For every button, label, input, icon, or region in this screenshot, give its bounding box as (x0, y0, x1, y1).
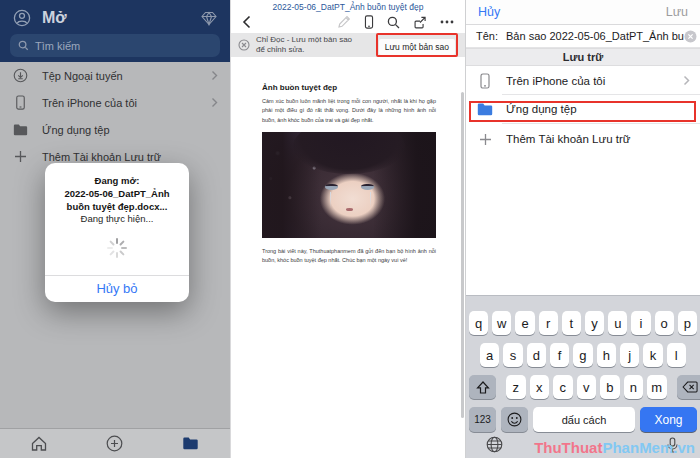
dialog-filename: 2022-05-06_DatPT_Ảnh buồn tuyệt đẹp.docx… (55, 188, 179, 214)
plus-icon (476, 133, 494, 146)
folder-tab-icon[interactable] (182, 437, 199, 450)
download-circle-icon (12, 68, 28, 83)
keyboard-row-1: qwertyuiop (469, 311, 697, 335)
location-add-storage-account[interactable]: Thêm Tài khoản Lưu trữ (466, 124, 700, 154)
key-g[interactable]: g (573, 343, 592, 367)
search-icon (18, 40, 29, 51)
open-locations-menu: Tệp Ngoại tuyến Trên iPhone của tôi Ứng (0, 62, 230, 170)
done-key[interactable]: Xong (640, 407, 697, 432)
dialog-cancel-button[interactable]: Hủy bỏ (45, 276, 189, 302)
edit-pencil-icon (337, 15, 351, 29)
dialog-title: Đang mở: (55, 175, 179, 188)
folder-icon (12, 124, 28, 136)
key-o[interactable]: o (655, 311, 674, 335)
share-icon[interactable] (413, 16, 427, 29)
search-icon[interactable] (387, 16, 400, 29)
chevron-right-icon (683, 75, 690, 86)
key-t[interactable]: t (562, 311, 581, 335)
key-a[interactable]: a (480, 343, 499, 367)
mobile-view-icon[interactable] (364, 15, 374, 29)
keyboard-row-3: zxcvbnm (469, 375, 697, 399)
ios-keyboard: qwertyuiop asdfghjkl zxcvbnm 123 dấu các… (466, 295, 700, 458)
sidebar-item-offline-files[interactable]: Tệp Ngoại tuyến (0, 62, 230, 89)
document-toolbar (231, 12, 465, 32)
doc-paragraph-2: Trong bài viết này, Thuthuatphanmem đã g… (262, 247, 436, 266)
watermark: ThuThuatPhanMem.vn (534, 439, 695, 456)
premium-diamond-icon[interactable] (201, 11, 217, 26)
key-j[interactable]: j (620, 343, 639, 367)
document-title: 2022-05-06_DatPT_Ảnh buồn tuyệt đẹp (231, 2, 465, 12)
red-annotation-box (469, 101, 696, 122)
globe-keyboard-icon[interactable] (486, 436, 503, 453)
key-x[interactable]: x (530, 375, 550, 399)
key-r[interactable]: r (539, 311, 558, 335)
filename-field[interactable]: Tên: Bản sao 2022-05-06_DatPT_Ảnh buồn t… (466, 25, 700, 48)
key-q[interactable]: q (469, 311, 488, 335)
scrollbar[interactable] (461, 92, 464, 418)
plus-icon (12, 150, 28, 163)
key-d[interactable]: d (527, 343, 546, 367)
readonly-message: Chỉ Đọc - Lưu một bản sao để chỉnh sửa. (256, 35, 354, 56)
key-s[interactable]: s (503, 343, 522, 367)
backspace-key[interactable] (677, 375, 700, 399)
bottom-nav-bar (0, 428, 230, 458)
phone-icon (476, 73, 494, 89)
numbers-key[interactable]: 123 (469, 407, 496, 432)
home-icon[interactable] (31, 436, 47, 451)
dismiss-circle-icon[interactable] (238, 39, 250, 51)
cancel-button[interactable]: Hủy (478, 5, 500, 19)
readonly-notice-bar: Chỉ Đọc - Lưu một bản sao để chỉnh sửa. … (231, 33, 465, 57)
key-b[interactable]: b (600, 375, 620, 399)
account-icon[interactable] (13, 9, 31, 27)
doc-paragraph-1: Cảm xúc buồn luôn mãnh liệt trong mỗi co… (262, 97, 436, 125)
document-page: Ảnh buồn tuyệt đẹp Cảm xúc buồn luôn mãn… (231, 57, 465, 458)
sad-anime-girl-image (262, 132, 436, 238)
document-view-panel: 2022-05-06_DatPT_Ảnh buồn tuyệt đẹp (230, 0, 466, 458)
key-u[interactable]: u (608, 311, 627, 335)
opening-progress-dialog: Đang mở: 2022-05-06_DatPT_Ảnh buồn tuyệt… (45, 163, 189, 302)
more-ellipsis-icon[interactable] (440, 20, 454, 24)
emoji-key[interactable] (501, 407, 528, 432)
save-dialog-topbar: Hủy Lưu (466, 0, 700, 25)
shift-key[interactable] (469, 375, 496, 399)
key-e[interactable]: e (515, 311, 534, 335)
key-n[interactable]: n (624, 375, 644, 399)
activity-spinner-icon (105, 236, 129, 260)
clear-text-icon[interactable] (684, 30, 697, 43)
screenshot-root: Mở Tìm kiếm Tệp Ngoại tuyến (0, 0, 700, 458)
key-c[interactable]: c (553, 375, 573, 399)
key-h[interactable]: h (597, 343, 616, 367)
search-placeholder: Tìm kiếm (35, 40, 80, 52)
search-input[interactable]: Tìm kiếm (10, 34, 220, 57)
phone-icon (12, 95, 28, 110)
save-dialog-panel: Hủy Lưu Tên: Bản sao 2022-05-06_DatPT_Ản… (466, 0, 700, 458)
location-on-my-iphone[interactable]: Trên iPhone của tôi (466, 67, 700, 94)
space-key[interactable]: dấu cách (533, 407, 635, 432)
word-open-panel: Mở Tìm kiếm Tệp Ngoại tuyến (0, 0, 230, 458)
key-z[interactable]: z (506, 375, 526, 399)
sidebar-item-on-my-iphone[interactable]: Trên iPhone của tôi (0, 89, 230, 116)
chevron-right-icon (211, 70, 218, 81)
dialog-status: Đang thực hiện... (55, 213, 179, 226)
key-l[interactable]: l (667, 343, 686, 367)
key-p[interactable]: p (678, 311, 697, 335)
key-v[interactable]: v (577, 375, 597, 399)
key-w[interactable]: w (492, 311, 511, 335)
red-annotation-box: Lưu một bản sao (376, 33, 458, 57)
save-a-copy-button[interactable]: Lưu một bản sao (379, 39, 455, 55)
new-document-icon[interactable] (106, 435, 123, 452)
keyboard-row-4: 123 dấu cách Xong (469, 407, 697, 432)
doc-heading: Ảnh buồn tuyệt đẹp (262, 83, 436, 92)
word-header: Mở Tìm kiếm (0, 0, 230, 62)
sidebar-item-files-app[interactable]: Ứng dụng tệp (0, 116, 230, 143)
back-chevron-icon[interactable] (242, 15, 251, 29)
key-k[interactable]: k (643, 343, 662, 367)
save-button[interactable]: Lưu (666, 5, 688, 19)
key-i[interactable]: i (631, 311, 650, 335)
filename-label: Tên: (476, 30, 498, 42)
keyboard-row-2: asdfghjkl (480, 343, 686, 367)
key-m[interactable]: m (647, 375, 667, 399)
chevron-right-icon (211, 97, 218, 108)
key-y[interactable]: y (585, 311, 604, 335)
key-f[interactable]: f (550, 343, 569, 367)
